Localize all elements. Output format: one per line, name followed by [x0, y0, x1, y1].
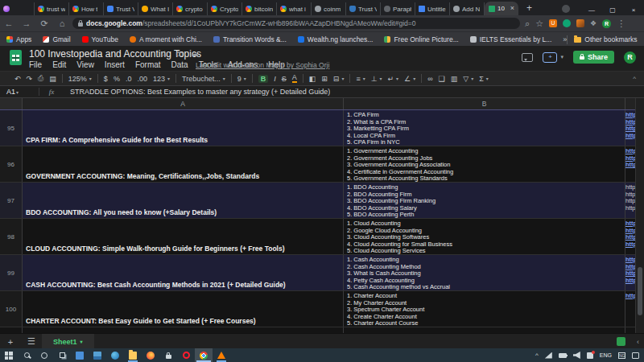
browser-tab[interactable]: Crypto: [208, 2, 242, 15]
row-number[interactable]: 99: [0, 255, 23, 290]
taskbar-app-icon[interactable]: [195, 348, 213, 362]
network-icon[interactable]: [545, 352, 552, 359]
address-bar[interactable]: docs.google.com/spreadsheets/d/1CoUPblVY…: [72, 18, 520, 29]
share-button[interactable]: Share: [573, 51, 614, 64]
undo-icon[interactable]: ↶: [14, 75, 21, 83]
insert-link-button[interactable]: ∞: [427, 75, 432, 83]
side-panel-chevron-icon[interactable]: ‹: [637, 338, 639, 346]
cell-c-links[interactable]: http http http: [625, 146, 635, 182]
present-to-meeting-icon[interactable]: +: [543, 52, 557, 63]
extensions-puzzle-icon[interactable]: ❖: [590, 19, 597, 27]
cell-b[interactable]: 1. CPA Firm 2. What is a CPA Firm 3. Mar…: [344, 110, 625, 146]
extension-ubersuggest-icon[interactable]: U: [549, 19, 557, 27]
cell-a[interactable]: CASH ACCOUNTING: Best Cash Accounting Me…: [23, 255, 344, 290]
functions-button[interactable]: Σ: [479, 75, 484, 83]
back-icon[interactable]: ←: [0, 19, 18, 28]
strikethrough-button[interactable]: S: [282, 75, 287, 83]
extension-fox-icon[interactable]: [576, 19, 584, 27]
text-rotation-button[interactable]: ∠: [404, 75, 411, 83]
italic-button[interactable]: I: [274, 75, 276, 83]
reload-icon[interactable]: ⟳: [35, 19, 53, 29]
menu-item[interactable]: Data: [171, 60, 188, 69]
browser-tab[interactable]: Trust V: [346, 2, 381, 15]
font-select[interactable]: Trebuchet...: [182, 75, 221, 83]
paint-format-icon[interactable]: ▤: [49, 75, 56, 83]
taskbar-app-icon[interactable]: [18, 348, 35, 362]
taskbar-app-icon[interactable]: [142, 348, 159, 362]
last-edit-link[interactable]: Last edit was made on May 5 by Sophia Or…: [196, 61, 329, 69]
move-folder-icon[interactable]: 🗀: [175, 49, 184, 58]
merge-cells-button[interactable]: ⊟: [333, 75, 340, 83]
horizontal-align-button[interactable]: ≡: [356, 75, 360, 83]
keyboard-layout-icon[interactable]: NG: [618, 352, 625, 359]
fill-color-button[interactable]: ◧: [309, 75, 316, 83]
select-all-corner[interactable]: [0, 98, 23, 109]
browser-tab[interactable]: crypto: [173, 2, 208, 15]
comment-history-icon[interactable]: [522, 53, 533, 62]
browser-tab[interactable]: Trust V: [104, 2, 138, 15]
formula-input[interactable]: STRADDLE OPTIONS: Best Examples to maste…: [64, 88, 330, 96]
row-number[interactable]: 96: [0, 146, 23, 182]
taskbar-app-icon[interactable]: [159, 348, 177, 362]
chevron-down-icon[interactable]: ▾: [560, 54, 564, 60]
print-icon[interactable]: ⎙: [38, 74, 43, 83]
cell-a[interactable]: BDO ACCOUNTING: All you need to know (+S…: [23, 183, 344, 218]
extension-green-icon[interactable]: [563, 19, 571, 27]
url-link[interactable]: http: [625, 133, 635, 140]
forward-icon[interactable]: →: [18, 19, 35, 28]
menu-item[interactable]: Edit: [52, 60, 66, 69]
browser-tab[interactable]: Paraph: [381, 2, 415, 15]
language-indicator[interactable]: ENG: [600, 352, 612, 358]
bookmark-item[interactable]: Transition Words &...: [213, 35, 287, 43]
cell-a[interactable]: GOVERNMENT ACCOUNTING: Meaning, Certific…: [23, 146, 344, 182]
font-size-select[interactable]: 9: [237, 75, 242, 83]
bold-button[interactable]: B: [258, 75, 269, 83]
close-window-button[interactable]: ×: [623, 6, 644, 14]
url-link[interactable]: http: [625, 205, 635, 212]
volume-icon[interactable]: [573, 352, 580, 359]
action-center-icon[interactable]: [632, 352, 639, 359]
column-header-b[interactable]: B: [344, 98, 625, 109]
cell-b[interactable]: 1. Cash Accounting 2. Cash Accounting Me…: [344, 255, 625, 290]
browser-profile-avatar[interactable]: R: [602, 19, 611, 28]
new-tab-button[interactable]: +: [526, 2, 532, 14]
cell-c-links[interactable]: http http http http: [625, 110, 635, 146]
cell-b[interactable]: 1. Charter Account 2. My Charter Account…: [344, 291, 625, 327]
all-sheets-button[interactable]: ☰: [21, 336, 42, 347]
menu-item[interactable]: Insert: [105, 60, 125, 69]
browser-tab[interactable]: what i: [277, 2, 312, 15]
insert-comment-button[interactable]: ❑: [439, 75, 445, 83]
cell-b[interactable]: 1. BDO Accounting 2. BDO Accounting Firm…: [344, 183, 625, 218]
browser-menu-icon[interactable]: ⋮: [617, 19, 625, 29]
url-link[interactable]: http: [625, 241, 635, 249]
other-bookmarks[interactable]: Other bookmarks: [574, 35, 637, 43]
star-document-icon[interactable]: ☆: [161, 49, 168, 58]
borders-button[interactable]: ⊞: [321, 75, 328, 83]
row-number[interactable]: 98: [0, 219, 23, 254]
column-header-a[interactable]: A: [23, 98, 344, 109]
increase-decimal-button[interactable]: .00: [137, 75, 147, 83]
taskbar-app-icon[interactable]: [213, 348, 230, 362]
more-formats-button[interactable]: 123: [153, 75, 165, 83]
explore-icon[interactable]: [617, 337, 625, 346]
cell-a[interactable]: CPA FIRM: A Comprehensive Guide for the …: [23, 110, 344, 146]
cell-b[interactable]: 1. Government Accounting 2. Government A…: [344, 146, 625, 182]
cell-c-links[interactable]: http http http http: [625, 219, 635, 254]
tray-chevron-up-icon[interactable]: ^: [535, 352, 539, 359]
browser-tab[interactable]: How t: [69, 2, 104, 15]
taskbar-app-icon[interactable]: [35, 348, 53, 362]
redo-icon[interactable]: ↷: [27, 75, 33, 83]
account-avatar[interactable]: R: [624, 51, 636, 64]
format-currency-button[interactable]: $: [104, 75, 108, 83]
battery-icon[interactable]: [559, 353, 567, 358]
url-link[interactable]: http: [625, 162, 635, 169]
browser-tab[interactable]: Untitle: [415, 2, 450, 15]
format-percent-button[interactable]: %: [114, 75, 120, 83]
cell-c-links[interactable]: http http http http: [625, 255, 635, 290]
column-header-c[interactable]: [625, 98, 635, 109]
text-wrap-button[interactable]: ↵: [388, 75, 394, 83]
bookmark-item[interactable]: Gmail: [43, 35, 70, 43]
taskbar-app-icon[interactable]: [0, 348, 18, 362]
maximize-button[interactable]: ▢: [602, 6, 623, 14]
filter-button[interactable]: ▽: [463, 75, 469, 83]
